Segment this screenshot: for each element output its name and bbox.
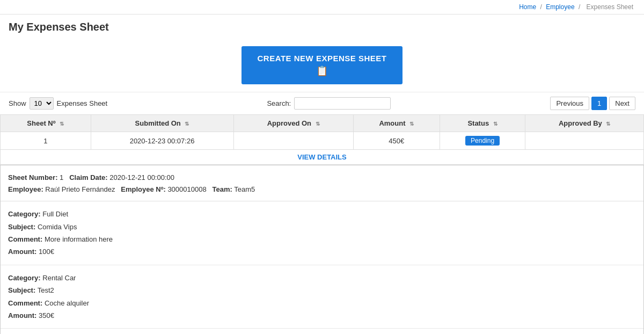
cell-sheet-no: 1: [1, 132, 91, 150]
total-row: TOTAL AMOUNT: 450€ 🐻 RAÚL PRIETO FERNÁND…: [1, 329, 643, 334]
create-button-label: CREATE NEW EXPENSE SHEET: [258, 54, 387, 63]
team-label: Team: Team5: [213, 185, 255, 193]
nav-home[interactable]: Home: [519, 3, 536, 11]
breadcrumb: Home / Employee / Expenses Sheet: [0, 0, 644, 14]
create-button-icon: 📋: [316, 65, 328, 77]
cell-amount: 450€: [353, 132, 440, 150]
comment-value-1: More information here: [45, 235, 113, 243]
col-submitted-on[interactable]: Submitted On ⇅: [91, 115, 233, 132]
sort-icon-approved-by: ⇅: [606, 121, 610, 127]
sort-icon-sheet: ⇅: [60, 121, 64, 127]
col-status[interactable]: Status ⇅: [440, 115, 525, 132]
cell-approved-on: [233, 132, 353, 150]
expense-item-1: Category: Full Diet Subject: Comida Vips…: [1, 201, 643, 265]
cell-approved-by: [525, 132, 644, 150]
category-value-2: Rental Car: [42, 274, 76, 282]
col-amount[interactable]: Amount ⇅: [353, 115, 440, 132]
subject-value-2: Test2: [38, 286, 54, 294]
next-button[interactable]: Next: [609, 97, 635, 110]
show-select[interactable]: 10 25 50: [30, 97, 54, 110]
subject-label-1: Subject:: [8, 223, 35, 231]
show-controls: Show 10 25 50 Expenses Sheet: [9, 97, 107, 110]
table-row: 1 2020-12-23 00:07:26 450€ Pending: [1, 132, 644, 150]
sort-icon-amount: ⇅: [409, 121, 414, 127]
create-new-expense-sheet-button[interactable]: CREATE NEW EXPENSE SHEET 📋: [241, 46, 403, 84]
create-button-wrap: CREATE NEW EXPENSE SHEET 📋: [0, 37, 644, 92]
toolbar: Show 10 25 50 Expenses Sheet Search: Pre…: [0, 92, 644, 114]
amount-value-2: 350€: [39, 311, 54, 320]
sort-icon-submitted: ⇅: [185, 121, 189, 127]
nav-sep2: /: [579, 3, 580, 11]
search-input[interactable]: [294, 97, 391, 110]
col-approved-on[interactable]: Approved On ⇅: [233, 115, 353, 132]
category-value-1: Full Diet: [42, 210, 68, 218]
expenses-table: Sheet Nº ⇅ Submitted On ⇅ Approved On ⇅ …: [0, 114, 644, 165]
nav-current: Expenses Sheet: [587, 3, 633, 11]
comment-label-1: Comment:: [8, 235, 42, 243]
sort-icon-status: ⇅: [493, 121, 497, 127]
view-details-cell[interactable]: VIEW DETAILS: [1, 150, 644, 165]
detail-panel: Sheet Number: 1 Claim Date: 2020-12-21 0…: [0, 165, 644, 334]
pagination: Previous 1 Next: [550, 97, 635, 110]
col-approved-by[interactable]: Approved By ⇅: [525, 115, 644, 132]
nav-employee[interactable]: Employee: [546, 3, 574, 11]
cell-status: Pending: [440, 132, 525, 150]
employee-label: Employee: Raúl Prieto Fernández: [8, 185, 115, 193]
subject-label-2: Subject:: [8, 286, 35, 294]
comment-value-2: Coche alquiler: [45, 299, 89, 307]
category-label-1: Category:: [8, 210, 41, 218]
sort-icon-approved: ⇅: [316, 121, 320, 127]
col-sheet-no[interactable]: Sheet Nº ⇅: [1, 115, 91, 132]
expense-item-2: Category: Rental Car Subject: Test2 Comm…: [1, 265, 643, 329]
show-label: Show: [9, 99, 26, 107]
status-badge: Pending: [465, 136, 500, 146]
page-title: My Expenses Sheet: [0, 14, 644, 37]
main-table-wrap: Sheet Nº ⇅ Submitted On ⇅ Approved On ⇅ …: [0, 114, 644, 165]
view-details-row[interactable]: VIEW DETAILS: [1, 150, 644, 165]
comment-label-2: Comment:: [8, 299, 42, 307]
amount-label-2: Amount:: [8, 311, 36, 320]
amount-value-1: 100€: [39, 248, 54, 256]
nav-sep1: /: [540, 3, 542, 11]
claim-date-label: Claim Date: 2020-12-21 00:00:00: [69, 173, 174, 181]
cell-submitted-on: 2020-12-23 00:07:26: [91, 132, 233, 150]
subject-value-1: Comida Vips: [38, 223, 77, 231]
detail-header: Sheet Number: 1 Claim Date: 2020-12-21 0…: [1, 165, 643, 201]
page-1-button[interactable]: 1: [591, 97, 607, 110]
search-label: Search:: [267, 99, 291, 107]
previous-button[interactable]: Previous: [550, 97, 589, 110]
sheet-number-label: Sheet Number: 1: [8, 173, 63, 181]
amount-label-1: Amount:: [8, 248, 36, 256]
search-controls: Search:: [267, 97, 391, 110]
category-label-2: Category:: [8, 274, 41, 282]
expenses-sheet-label: Expenses Sheet: [57, 99, 108, 107]
employee-no-label: Employee Nº: 3000010008: [121, 185, 206, 193]
